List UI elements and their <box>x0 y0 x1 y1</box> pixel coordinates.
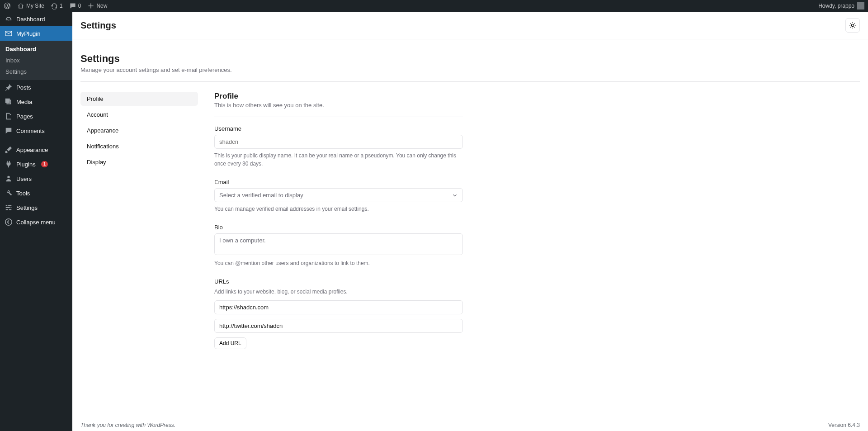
sidebar-label: Collapse menu <box>16 219 56 226</box>
topbar-title: Settings <box>80 20 116 31</box>
wordpress-icon <box>4 2 11 9</box>
comments-bar[interactable]: 0 <box>69 2 81 9</box>
username-desc: This is your public display name. It can… <box>214 152 463 168</box>
add-url-button[interactable]: Add URL <box>214 337 246 349</box>
username-input[interactable] <box>214 135 463 149</box>
tab-appearance[interactable]: Appearance <box>80 123 198 137</box>
sidebar-label: Tools <box>16 190 30 197</box>
user-greeting[interactable]: Howdy, prappo <box>818 2 864 9</box>
url-input-2[interactable] <box>214 319 463 333</box>
email-label: Email <box>214 179 463 185</box>
chevron-down-icon <box>452 192 458 199</box>
admin-sidebar: Dashboard MyPlugin Dashboard Inbox Setti… <box>0 12 72 431</box>
tab-account[interactable]: Account <box>80 108 198 122</box>
sidebar-item-posts[interactable]: Posts <box>0 80 72 95</box>
plug-icon <box>5 160 13 168</box>
media-icon <box>5 98 13 106</box>
topbar: Settings <box>72 12 868 39</box>
page-subtitle: Manage your account settings and set e-m… <box>80 66 860 73</box>
sidebar-label: Plugins <box>16 161 36 168</box>
urls-desc: Add links to your website, blog, or soci… <box>214 288 463 296</box>
sidebar-collapse[interactable]: Collapse menu <box>0 215 72 229</box>
admin-bar: My Site 1 0 New Howdy, prappo <box>0 0 868 12</box>
new-content[interactable]: New <box>87 2 107 9</box>
sidebar-label: Settings <box>16 204 38 211</box>
avatar <box>857 2 864 9</box>
refresh-icon <box>51 2 58 9</box>
home-icon <box>17 2 24 9</box>
email-desc: You can manage verified email addresses … <box>214 205 463 213</box>
sidebar-item-media[interactable]: Media <box>0 95 72 109</box>
site-name: My Site <box>26 3 44 9</box>
site-home[interactable]: My Site <box>17 2 44 9</box>
sidebar-item-comments[interactable]: Comments <box>0 123 72 138</box>
sidebar-item-plugins[interactable]: Plugins 1 <box>0 157 72 171</box>
submenu-inbox[interactable]: Inbox <box>0 55 72 66</box>
comments-count: 0 <box>78 3 81 9</box>
sidebar-label: Media <box>16 99 32 105</box>
username-label: Username <box>214 125 463 132</box>
theme-toggle-button[interactable] <box>845 18 860 33</box>
mail-icon <box>5 29 13 38</box>
sidebar-item-appearance[interactable]: Appearance <box>0 142 72 157</box>
plugins-badge: 1 <box>41 161 48 167</box>
sidebar-label: Users <box>16 175 32 182</box>
footer: Thank you for creating with WordPress. V… <box>72 419 868 431</box>
wrench-icon <box>5 189 13 197</box>
sidebar-label: Comments <box>16 128 45 134</box>
separator <box>80 81 860 82</box>
new-label: New <box>96 3 107 9</box>
footer-thanks: Thank you for creating with WordPress. <box>80 422 175 428</box>
submenu-settings[interactable]: Settings <box>0 66 72 77</box>
footer-version: Version 6.4.3 <box>828 422 860 428</box>
brush-icon <box>5 146 13 154</box>
field-email: Email Select a verified email to display… <box>214 179 463 213</box>
wp-logo[interactable] <box>4 2 11 9</box>
sun-icon <box>849 22 856 29</box>
sidebar-item-users[interactable]: Users <box>0 171 72 186</box>
urls-label: URLs <box>214 278 463 285</box>
sidebar-item-tools[interactable]: Tools <box>0 186 72 200</box>
field-username: Username This is your public display nam… <box>214 125 463 168</box>
greeting-text: Howdy, prappo <box>818 3 854 9</box>
page-icon <box>5 112 13 120</box>
panel-subtitle: This is how others will see you on the s… <box>214 102 463 109</box>
updates[interactable]: 1 <box>51 2 63 9</box>
svg-point-0 <box>5 219 12 225</box>
sidebar-label: Appearance <box>16 147 48 153</box>
bio-label: Bio <box>214 224 463 231</box>
sidebar-label: MyPlugin <box>16 30 40 37</box>
sidebar-item-myplugin[interactable]: MyPlugin <box>0 26 72 41</box>
sidebar-label: Pages <box>16 113 33 120</box>
sidebar-item-settings[interactable]: Settings <box>0 200 72 215</box>
sidebar-label: Dashboard <box>16 16 45 23</box>
tab-display[interactable]: Display <box>80 155 198 169</box>
settings-tabs: Profile Account Appearance Notifications… <box>80 92 198 360</box>
sidebar-item-dashboard[interactable]: Dashboard <box>0 12 72 26</box>
comment-icon <box>69 2 76 9</box>
profile-panel: Profile This is how others will see you … <box>214 92 463 360</box>
url-input-1[interactable] <box>214 300 463 314</box>
tab-profile[interactable]: Profile <box>80 92 198 106</box>
field-bio: Bio You can @mention other users and org… <box>214 224 463 267</box>
pin-icon <box>5 83 13 91</box>
email-placeholder: Select a verified email to display <box>219 192 303 199</box>
user-icon <box>5 175 13 183</box>
plus-icon <box>87 2 94 9</box>
collapse-icon <box>5 218 13 226</box>
tab-notifications[interactable]: Notifications <box>80 139 198 153</box>
bio-textarea[interactable] <box>214 233 463 255</box>
comments-icon <box>5 127 13 135</box>
content-area: Settings Settings Manage your account se… <box>72 12 868 431</box>
myplugin-submenu: Dashboard Inbox Settings <box>0 41 72 80</box>
submenu-dashboard[interactable]: Dashboard <box>0 43 72 55</box>
sidebar-item-pages[interactable]: Pages <box>0 109 72 123</box>
page-title: Settings <box>80 53 860 65</box>
sliders-icon <box>5 204 13 212</box>
svg-point-1 <box>851 24 854 26</box>
panel-separator <box>214 117 463 117</box>
page-heading: Settings Manage your account settings an… <box>80 53 860 73</box>
email-select[interactable]: Select a verified email to display <box>214 188 463 202</box>
dashboard-icon <box>5 15 13 23</box>
sidebar-label: Posts <box>16 84 31 91</box>
